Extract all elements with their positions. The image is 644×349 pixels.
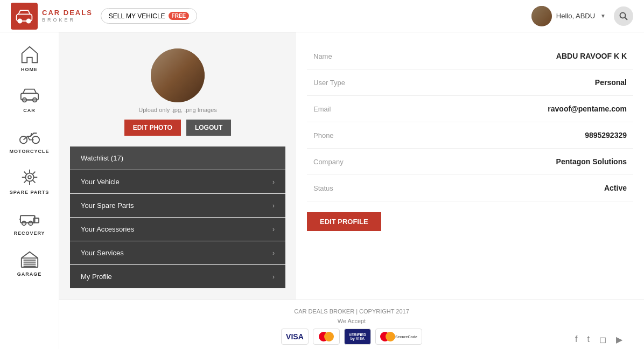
avatar-inner <box>531 6 552 26</box>
mc-secure-logo <box>380 332 395 341</box>
menu-item-services[interactable]: Your Services › <box>70 241 285 265</box>
car-logo-svg <box>15 6 34 26</box>
motorcycle-icon <box>19 126 40 146</box>
table-row: Name ABDU RAVOOF K K <box>307 43 633 69</box>
search-icon <box>619 12 628 20</box>
youtube-icon[interactable]: ▶ <box>616 334 622 345</box>
user-area[interactable]: Hello, ABDU ▼ <box>531 6 606 26</box>
free-badge: FREE <box>169 12 190 20</box>
visa-card: VISA <box>281 329 309 345</box>
mastercard-logo <box>319 332 334 341</box>
sidebar-item-garage[interactable]: GARAGE <box>0 242 59 283</box>
sidebar-item-motorcycle[interactable]: MOTORCYCLE <box>0 120 59 160</box>
table-row: Company Pentagon Solutions <box>307 149 633 175</box>
svg-point-3 <box>620 12 626 18</box>
table-row: Status Active <box>307 175 633 201</box>
profile-avatar <box>151 48 205 102</box>
svg-point-2 <box>27 19 31 23</box>
sell-vehicle-button[interactable]: SELL MY VEHICLE FREE <box>101 8 197 24</box>
edit-photo-button[interactable]: EDIT PHOTO <box>124 120 181 136</box>
search-button[interactable] <box>614 6 633 26</box>
sidebar-item-recovery-label: RECOVERY <box>13 231 45 236</box>
sidebar-item-spare-parts[interactable]: SPARE PARTS <box>0 160 59 201</box>
field-label: Email <box>307 96 414 122</box>
menu-spare-parts-label: Your Spare Parts <box>81 201 134 210</box>
logo-text: CAR DEALS BROKER <box>42 9 93 23</box>
verified-text: VERIFIEDby VISA <box>349 333 366 340</box>
topbar-left: CAR DEALS BROKER SELL MY VEHICLE FREE <box>11 3 197 30</box>
sidebar-item-recovery[interactable]: RECOVERY <box>0 201 59 242</box>
spare-parts-icon <box>19 167 40 187</box>
field-value: 9895292329 <box>414 122 633 149</box>
menu-vehicle-label: Your Vehicle <box>81 178 120 186</box>
avatar-area: Upload only .jpg, .png Images EDIT PHOTO… <box>70 38 285 141</box>
menu-services-label: Your Services <box>81 249 124 257</box>
menu-profile-label: My Profile <box>81 273 112 281</box>
home-icon <box>19 44 40 65</box>
main-container: HOME CAR MOTORCYCLE <box>0 32 644 349</box>
car-icon <box>19 85 40 106</box>
hello-text: Hello, ABDU <box>556 12 595 20</box>
verified-by-visa-card: VERIFIEDby VISA <box>344 329 371 345</box>
menu-item-vehicle[interactable]: Your Vehicle › <box>70 170 285 194</box>
sidebar: HOME CAR MOTORCYCLE <box>0 32 59 349</box>
profile-menu: Watchlist (17) Your Vehicle › Your Spare… <box>70 146 285 289</box>
field-value: ABDU RAVOOF K K <box>414 43 633 69</box>
profile-avatar-inner <box>151 48 205 102</box>
topbar-right: Hello, ABDU ▼ <box>531 6 633 26</box>
sidebar-item-home[interactable]: HOME <box>0 38 59 79</box>
we-accept-text: We Accept <box>70 318 633 324</box>
sidebar-item-garage-label: GARAGE <box>17 271 42 277</box>
recovery-icon <box>19 208 40 228</box>
table-row: Email ravoof@pentame.com <box>307 96 633 122</box>
facebook-icon[interactable]: f <box>575 334 577 345</box>
menu-accessories-label: Your Accessories <box>81 225 134 233</box>
sell-button-label: SELL MY VEHICLE <box>109 12 165 20</box>
svg-point-12 <box>28 176 31 179</box>
sidebar-item-spare-parts-label: SPARE PARTS <box>10 190 50 195</box>
profile-section: Upload only .jpg, .png Images EDIT PHOTO… <box>59 32 644 299</box>
mastercard-secure-card: SecureCode <box>375 329 422 345</box>
instagram-icon[interactable]: ◻ <box>599 334 606 345</box>
photo-btn-row: EDIT PHOTO LOGOUT <box>124 120 231 136</box>
menu-item-accessories[interactable]: Your Accessories › <box>70 218 285 241</box>
social-icons: f t ◻ ▶ <box>575 334 622 345</box>
footer-wrapper: CAR DEALS BROKER | COPYRIGHT 2017 We Acc… <box>59 299 644 349</box>
profile-table: Name ABDU RAVOOF K K User Type Personal … <box>307 43 633 201</box>
menu-item-profile[interactable]: My Profile › <box>70 265 285 289</box>
field-value: Pentagon Solutions <box>414 149 633 175</box>
chevron-down-icon: ▼ <box>600 13 606 19</box>
table-row: User Type Personal <box>307 69 633 96</box>
upload-hint: Upload only .jpg, .png Images <box>138 107 217 113</box>
chevron-right-icon-5: › <box>272 273 275 281</box>
chevron-right-icon: › <box>272 178 275 186</box>
svg-line-4 <box>625 17 628 20</box>
field-label: Name <box>307 43 414 69</box>
chevron-right-icon-4: › <box>272 249 275 257</box>
sidebar-item-car[interactable]: CAR <box>0 79 59 120</box>
topbar: CAR DEALS BROKER SELL MY VEHICLE FREE He… <box>0 0 644 32</box>
svg-point-11 <box>25 173 33 181</box>
field-value: Active <box>414 175 633 201</box>
menu-item-spare-parts[interactable]: Your Spare Parts › <box>70 194 285 218</box>
edit-profile-button[interactable]: EDIT PROFILE <box>307 212 381 231</box>
mc-yellow-circle <box>324 332 334 341</box>
mastercard-card <box>313 329 340 345</box>
sidebar-item-motorcycle-label: MOTORCYCLE <box>10 149 50 154</box>
menu-item-watchlist[interactable]: Watchlist (17) <box>70 146 285 170</box>
footer: CAR DEALS BROKER | COPYRIGHT 2017 We Acc… <box>59 299 644 349</box>
chevron-right-icon-3: › <box>272 226 275 233</box>
mc-secure-yellow <box>386 332 395 341</box>
twitter-icon[interactable]: t <box>587 334 590 345</box>
left-panel: Upload only .jpg, .png Images EDIT PHOTO… <box>59 32 296 299</box>
field-value: ravoof@pentame.com <box>414 96 633 122</box>
chevron-right-icon-2: › <box>272 202 275 210</box>
field-label: Phone <box>307 122 414 149</box>
field-value: Personal <box>414 69 633 96</box>
field-label: Status <box>307 175 414 201</box>
logout-button[interactable]: LOGOUT <box>186 120 231 136</box>
right-panel: Name ABDU RAVOOF K K User Type Personal … <box>296 32 644 299</box>
visa-logo: VISA <box>286 332 304 341</box>
sidebar-item-home-label: HOME <box>21 67 38 72</box>
table-row: Phone 9895292329 <box>307 122 633 149</box>
